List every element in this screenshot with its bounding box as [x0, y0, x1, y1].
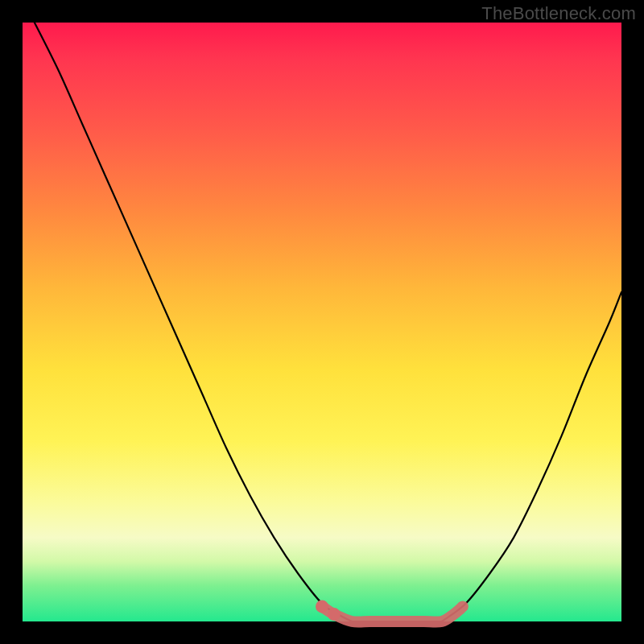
watermark-text: TheBottleneck.com — [481, 3, 636, 24]
chart-frame: TheBottleneck.com — [0, 0, 644, 644]
curve-left-curve — [35, 23, 352, 621]
curve-right-curve — [442, 292, 621, 621]
highlight-stroke — [322, 606, 463, 621]
highlight-dot — [328, 608, 341, 621]
curves-svg — [23, 23, 621, 621]
highlight-dot — [316, 600, 328, 613]
plot-area — [23, 23, 621, 621]
